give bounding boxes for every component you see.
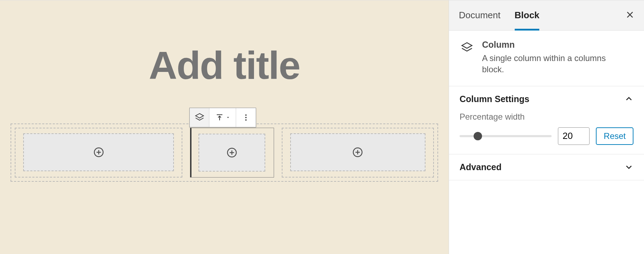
close-icon: [625, 10, 635, 21]
panel-title: Advanced: [460, 162, 501, 172]
column-block[interactable]: [15, 128, 182, 178]
close-sidebar-button[interactable]: [623, 8, 637, 22]
more-vertical-icon: [242, 113, 250, 122]
tab-document[interactable]: Document: [459, 0, 501, 30]
caret-down-icon: [226, 115, 230, 120]
column-appender[interactable]: [23, 133, 174, 171]
block-card-title: Column: [482, 40, 630, 50]
panel-title: Column Settings: [460, 94, 529, 104]
plus-circle-icon[interactable]: [352, 147, 363, 158]
percentage-width-slider[interactable]: [460, 130, 552, 142]
more-options-button[interactable]: [236, 108, 256, 127]
post-title-input[interactable]: [0, 42, 449, 88]
column-icon: [194, 112, 205, 123]
panel-advanced: Advanced: [449, 154, 644, 180]
column-appender[interactable]: [290, 133, 425, 171]
chevron-down-icon: [624, 162, 633, 172]
align-top-icon: [215, 113, 224, 122]
plus-circle-icon[interactable]: [93, 147, 104, 158]
column-appender[interactable]: [199, 134, 265, 172]
panel-column-settings: Column Settings Percentage width Reset: [449, 86, 644, 154]
columns-block[interactable]: [11, 123, 438, 182]
plus-circle-icon[interactable]: [226, 147, 238, 158]
reset-button[interactable]: Reset: [596, 127, 633, 145]
block-toolbar: [189, 108, 256, 127]
column-block[interactable]: [282, 128, 434, 178]
percentage-width-input[interactable]: [558, 127, 590, 145]
block-card-description: A single column within a columns block.: [482, 53, 630, 75]
editor-canvas[interactable]: [0, 0, 449, 254]
percentage-width-label: Percentage width: [460, 112, 633, 122]
svg-point-5: [245, 114, 247, 116]
panel-advanced-toggle[interactable]: Advanced: [449, 154, 644, 180]
sidebar-tabs: Document Block: [449, 0, 644, 31]
panel-column-settings-toggle[interactable]: Column Settings: [449, 86, 644, 112]
tab-block[interactable]: Block: [515, 0, 540, 30]
column-icon: [460, 40, 474, 75]
svg-point-6: [245, 117, 247, 118]
slider-thumb[interactable]: [474, 132, 482, 140]
column-block-selected[interactable]: [190, 128, 274, 178]
block-card: Column A single column within a columns …: [449, 31, 644, 86]
chevron-up-icon: [624, 94, 633, 103]
vertical-align-button[interactable]: [209, 108, 236, 127]
block-type-button[interactable]: [190, 108, 209, 127]
settings-sidebar: Document Block: [449, 0, 644, 254]
svg-point-7: [245, 119, 247, 121]
